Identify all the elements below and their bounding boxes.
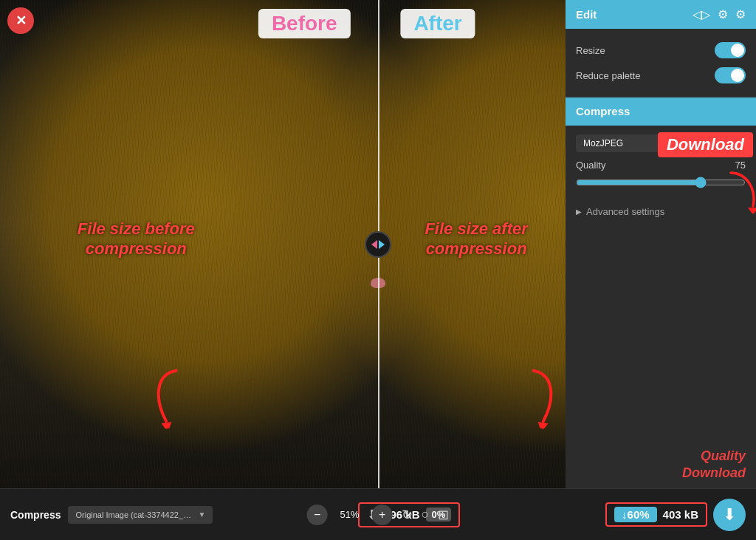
zoom-controls: − 51% + ↻ ○ ⊡ [307,505,450,525]
download-icon: ⬇ [723,505,736,524]
panel-spacer [566,229,756,441]
quality-label: Quality [576,160,605,171]
advanced-settings-label: Advanced settings [586,206,664,217]
reduce-palette-toggle[interactable] [715,67,746,83]
split-handle[interactable] [365,231,391,258]
compress-body: MozJPEG ▼ Quality 75 Download [566,126,756,229]
file-selector-chevron-icon: ▼ [198,510,205,519]
toggle-knob-2 [731,69,744,82]
download-arrow [724,169,756,216]
svg-marker-0 [161,422,173,431]
resize-toggle[interactable] [715,42,746,58]
svg-marker-1 [537,422,549,431]
bottom-left: Compress Original Image (cat-3374422_192… [10,506,213,524]
edit-title: Edit [576,8,597,21]
tools-icon[interactable]: ⚙ [735,7,746,21]
resize-section: Resize Reduce palette [566,29,756,98]
reduce-palette-row: Reduce palette [576,63,746,88]
resize-row: Resize [576,38,746,63]
close-icon: ✕ [16,13,27,29]
after-percent: ↓60% [614,507,657,522]
chevron-right-icon: ▶ [576,208,582,216]
toggle-knob [731,44,744,57]
download-button[interactable]: ⬇ [713,499,746,531]
compress-label: Compress [10,509,61,521]
after-stats-group: ↓60% 403 kB ⬇ [605,499,746,531]
annotation-after: File size after compression [425,219,527,259]
zoom-in-button[interactable]: + [372,505,393,525]
close-button[interactable]: ✕ [7,7,34,34]
zoom-value: 51% [337,509,363,520]
svg-marker-2 [748,208,756,213]
compress-title: Compress [576,105,630,117]
right-panel: Edit ◁▷ ⚙ ⚙ Resize Reduce palette [566,0,756,488]
resize-label: Resize [576,45,605,56]
download-label-bottom: Download [682,465,746,481]
format-value: MozJPEG [583,138,623,148]
edit-icons: ◁▷ ⚙ ⚙ [693,7,746,21]
after-label: After [400,9,475,38]
arrow-left-icon [371,240,377,249]
file-selector-text: Original Image (cat-3374422_1920.ji [75,510,193,519]
fit-icon[interactable]: ⊡ [438,507,449,523]
edit-header: Edit ◁▷ ⚙ ⚙ [566,0,756,29]
bottom-bar: Compress Original Image (cat-3374422_192… [0,488,756,540]
advanced-settings-row[interactable]: ▶ Advanced settings [576,203,746,220]
main-container: ✕ Before After File size before compress… [0,0,756,540]
download-annotation-badge: Download [658,132,753,157]
after-stats: ↓60% 403 kB [605,502,707,527]
quality-row: Quality 75 [576,160,746,171]
zoom-out-button[interactable]: − [307,505,328,525]
arrow-right-icon [379,240,385,249]
rotate-icon[interactable]: ↻ [402,507,413,523]
image-comparison-area: ✕ Before After File size before compress… [0,0,756,488]
split-view-icon[interactable]: ◁▷ [693,7,710,21]
file-selector[interactable]: Original Image (cat-3374422_1920.ji ▼ [68,506,213,524]
reduce-palette-label: Reduce palette [576,70,640,81]
compress-header: Compress [566,98,756,126]
reset-icon[interactable]: ○ [422,507,430,522]
split-handle-inner [371,240,385,249]
quality-slider[interactable] [576,177,746,188]
quality-label-bottom: Quality [701,448,746,464]
annotation-before: File size before compression [78,219,195,259]
settings-icon[interactable]: ⚙ [718,7,728,21]
after-size: 403 kB [663,508,698,521]
quality-download-area: Quality Download [566,441,756,488]
before-label: Before [258,9,351,38]
